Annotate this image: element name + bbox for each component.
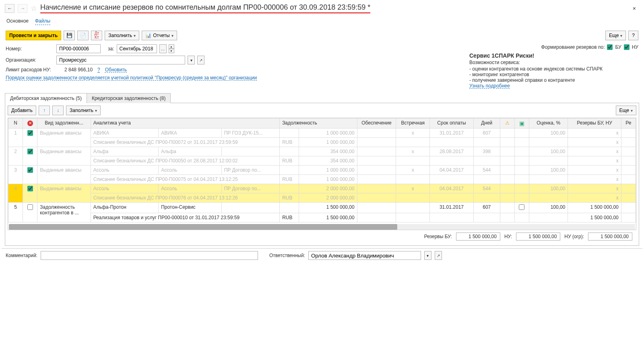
tab-ap[interactable]: Кредиторская задолженность (8) <box>87 93 171 103</box>
help-button[interactable]: ? <box>628 31 638 40</box>
limit-help-link[interactable]: ? <box>97 67 100 73</box>
close-button[interactable]: × <box>630 5 639 12</box>
org-open-button[interactable]: ↗ <box>197 56 204 64</box>
col-days[interactable]: Дней <box>473 118 500 129</box>
period-down-button[interactable]: ▼ <box>169 49 174 53</box>
responsible-dropdown-button[interactable]: ▾ <box>424 251 431 260</box>
col-due[interactable]: Срок оплаты <box>430 118 473 129</box>
responsible-open-button[interactable]: ↗ <box>435 251 442 260</box>
extra-checkbox-cell[interactable] <box>514 166 529 175</box>
row-checkbox[interactable] <box>27 204 33 210</box>
table-subrow[interactable]: Списание безналичных ДС ПР00-П00050 от 2… <box>8 156 636 166</box>
row-checkbox-cell[interactable] <box>23 129 37 147</box>
extra-checkbox-cell[interactable] <box>514 184 529 193</box>
sub-currency: RUB <box>280 156 299 166</box>
extra-checkbox-cell[interactable] <box>514 129 529 138</box>
row-number: 4 <box>8 184 23 203</box>
col-kind[interactable]: Вид задолженн... <box>37 118 91 129</box>
analytics-3: ПР Договор по... <box>221 166 279 175</box>
warning-icon: ⚠ <box>505 120 510 126</box>
table-subrow[interactable]: Реализация товаров и услуг ПР00-000010 о… <box>8 213 636 222</box>
table-subrow[interactable]: Списание безналичных ДС ПР00-П00076 от 0… <box>8 193 636 203</box>
col-analytics[interactable]: Аналитика учета <box>91 118 280 129</box>
total-bu-label: Резервы БУ: <box>424 234 452 239</box>
policy-link[interactable]: Порядок оценки задолженности определяетс… <box>6 75 257 81</box>
nav-forward-button[interactable]: → <box>18 4 27 13</box>
post-and-close-button[interactable]: Провести и закрыть <box>6 31 61 40</box>
update-link[interactable]: Обновить <box>105 67 127 73</box>
counter: x <box>396 184 430 193</box>
period-up-button[interactable]: ▲ <box>169 44 174 49</box>
col-re[interactable]: Ре <box>621 118 636 129</box>
period-input[interactable] <box>117 44 157 53</box>
row-checkbox-cell[interactable] <box>23 147 37 166</box>
table-row[interactable]: 1Выданные авансыАВИКААВИКАПР ГОЗ ДУК-15.… <box>8 129 636 138</box>
page-title: Начисление и списание резервов по сомнит… <box>40 3 370 13</box>
tab-ar[interactable]: Дебиторская задолженность (5) <box>5 93 87 103</box>
eval-pct: 100,00 <box>529 203 568 213</box>
comment-label: Комментарий: <box>6 253 37 258</box>
col-expand[interactable]: ▣ <box>514 118 529 129</box>
bu-checkbox[interactable] <box>607 44 613 50</box>
post-button[interactable]: 📄 <box>77 31 89 40</box>
org-dropdown-button[interactable]: ▾ <box>188 56 195 64</box>
number-input[interactable] <box>56 44 101 53</box>
reports-button[interactable]: 📊Отчеты <box>142 31 177 40</box>
move-down-button[interactable]: ↓ <box>52 106 64 115</box>
row-checkbox[interactable] <box>27 149 33 154</box>
eval-pct: 100,00 <box>529 166 568 175</box>
delete-icon: ✕ <box>27 120 33 126</box>
spark-bullet-2: - мониторинг контрагентов <box>469 72 638 77</box>
add-row-button[interactable]: Добавить <box>8 106 36 115</box>
top-tab-files[interactable]: Файлы <box>35 18 50 25</box>
extra-checkbox-cell[interactable] <box>514 147 529 156</box>
dtkt-button[interactable]: ДтКт <box>91 31 102 40</box>
counter: x <box>396 166 430 175</box>
row-checkbox[interactable] <box>27 130 33 136</box>
table-row[interactable]: 5Задолженность контрагентов в ...Альфа-П… <box>8 203 636 213</box>
table-row[interactable]: 4Выданные авансыАссольАссольПР Договор п… <box>8 184 636 193</box>
favorite-icon[interactable]: ☆ <box>31 4 37 13</box>
row-checkbox-cell[interactable] <box>23 184 37 203</box>
table-row[interactable]: 2Выданные авансыАльфаАльфа354 000,00x28.… <box>8 147 636 156</box>
row-checkbox[interactable] <box>27 167 33 173</box>
extra-checkbox-cell[interactable] <box>514 203 529 213</box>
col-debt[interactable]: Задолженность <box>280 118 357 129</box>
col-delete[interactable]: ✕ <box>23 118 37 129</box>
table-subrow[interactable]: Списание безналичных ДС ПР00-П00075 от 0… <box>8 175 636 184</box>
top-tab-main[interactable]: Основное <box>6 18 29 25</box>
col-counter[interactable]: Встречная <box>396 118 430 129</box>
table-row[interactable]: 3Выданные авансыАссольАссольПР Договор п… <box>8 166 636 175</box>
extra-checkbox[interactable] <box>519 204 524 210</box>
responsible-input[interactable] <box>308 251 421 260</box>
reserve: x <box>568 184 621 193</box>
row-number: 5 <box>8 203 23 222</box>
row-checkbox-cell[interactable] <box>23 203 37 222</box>
table-subrow[interactable]: Списание безналичных ДС ПР00-П00072 от 3… <box>8 138 636 147</box>
due-date: 31.01.2017 <box>430 203 473 213</box>
col-reserves[interactable]: Резервы БУ, НУ <box>568 118 621 129</box>
fill-button[interactable]: Заполнить <box>105 31 139 40</box>
nav-back-button[interactable]: ← <box>5 4 14 13</box>
col-eval[interactable]: Оценка, % <box>529 118 568 129</box>
more-button[interactable]: Еще <box>605 31 626 40</box>
col-collat[interactable]: Обеспечение <box>357 118 396 129</box>
form-by-label: Формирование резервов по: <box>541 44 605 50</box>
col-n[interactable]: N <box>8 118 23 129</box>
spark-learn-more-link[interactable]: Узнать подробнее <box>469 83 510 89</box>
move-up-button[interactable]: ↑ <box>39 106 50 115</box>
due-date: 31.01.2017 <box>430 129 473 138</box>
debt-amount: 2 000 000,00 <box>299 184 357 193</box>
table-more-button[interactable]: Еще <box>616 106 636 115</box>
period-select-button[interactable]: … <box>159 44 167 53</box>
row-checkbox-cell[interactable] <box>23 166 37 184</box>
comment-input[interactable] <box>41 251 258 260</box>
analytics-3 <box>221 147 279 156</box>
row-checkbox[interactable] <box>27 186 33 191</box>
horizontal-scrollbar[interactable] <box>9 224 635 230</box>
org-input[interactable] <box>56 56 185 64</box>
nu-checkbox[interactable] <box>624 44 630 50</box>
fill-table-button[interactable]: Заполнить <box>66 106 101 115</box>
save-button[interactable]: 💾 <box>64 31 75 40</box>
col-warn[interactable]: ⚠ <box>500 118 514 129</box>
